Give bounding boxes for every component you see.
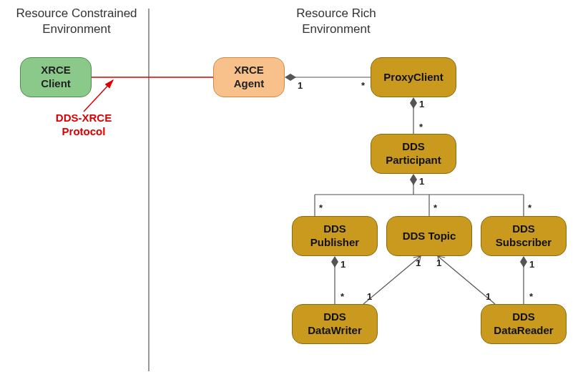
node-dds-datawriter: DDS DataWriter — [292, 304, 378, 344]
mult-participant-1: 1 — [419, 176, 424, 187]
node-proxy-client: ProxyClient — [371, 57, 456, 97]
mult-proxy-star: * — [361, 80, 365, 91]
mult-topic-r1: 1 — [436, 258, 441, 268]
node-dds-subscriber: DDS Subscriber — [481, 216, 567, 256]
mult-topic-star: * — [433, 202, 437, 213]
node-dds-topic: DDS Topic — [386, 216, 472, 256]
diamond-participant-fan — [410, 174, 417, 185]
env-title-right: Resource Rich Environment — [265, 6, 408, 37]
diamond-publisher-writer — [331, 256, 338, 268]
mult-reader-star: * — [529, 291, 533, 302]
diamond-proxy-participant — [410, 97, 417, 109]
node-dds-datareader: DDS DataReader — [481, 304, 567, 344]
mult-publisher-star: * — [319, 202, 323, 213]
protocol-label: DDS-XRCE Protocol — [44, 112, 123, 139]
mult-proxy-1: 1 — [419, 99, 424, 109]
mult-writer-star: * — [340, 291, 344, 302]
node-dds-publisher: DDS Publisher — [292, 216, 378, 256]
diamond-subscriber-reader — [520, 256, 527, 268]
mult-topic-w1: 1 — [416, 258, 421, 268]
diamond-agent-proxy — [285, 74, 296, 81]
mult-subscriber-1: 1 — [529, 259, 534, 270]
mult-reader-1: 1 — [486, 291, 491, 302]
node-xrce-client: XRCE Client — [20, 57, 92, 97]
mult-subscriber-star: * — [528, 202, 531, 213]
mult-publisher-1: 1 — [340, 259, 346, 270]
env-title-left: Resource Constrained Environment — [9, 6, 144, 37]
mult-participant-star: * — [419, 122, 423, 132]
env-divider — [148, 9, 150, 371]
mult-agent-1: 1 — [298, 80, 303, 91]
node-xrce-agent: XRCE Agent — [213, 57, 285, 97]
mult-writer-1: 1 — [367, 291, 372, 302]
node-dds-participant: DDS Participant — [371, 134, 456, 174]
